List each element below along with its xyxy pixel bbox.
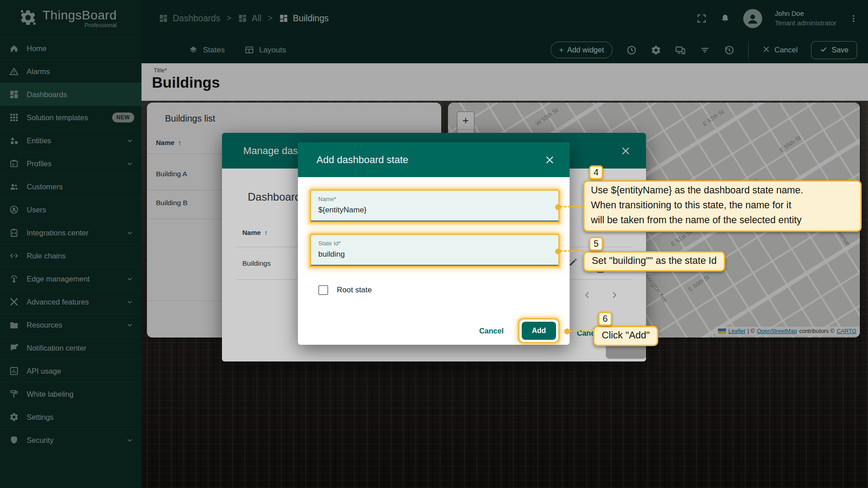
screen: ThingsBoard Professional Home Alarms Das… (0, 0, 868, 488)
root-state-label: Root state (337, 286, 372, 295)
add-button[interactable]: Add (522, 322, 556, 340)
state-id-field: State Id* (310, 234, 560, 267)
state-name-input[interactable] (318, 206, 551, 215)
state-id-input[interactable] (318, 250, 551, 259)
cancel-button[interactable]: Cancel (479, 327, 504, 335)
close-icon[interactable] (544, 155, 555, 165)
dialog-title: Add dashboard state (316, 154, 408, 166)
state-id-field-label: State Id* (318, 240, 341, 247)
name-field-label: Name* (318, 196, 336, 202)
root-state-row: Root state (318, 285, 372, 295)
state-name-field: Name* (310, 189, 560, 223)
add-button-highlight: Add (518, 318, 560, 343)
dialog-header: Add dashboard state (298, 142, 570, 177)
root-state-checkbox[interactable] (318, 285, 328, 295)
add-dashboard-state-dialog: Add dashboard state Name* State Id* Root… (298, 142, 570, 345)
